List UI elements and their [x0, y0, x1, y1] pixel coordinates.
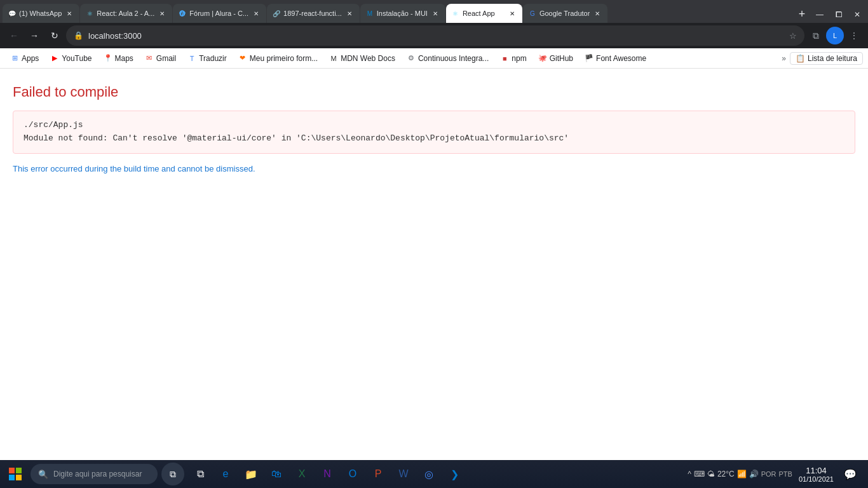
taskbar-app-vscode[interactable]: ❯	[442, 462, 466, 486]
tab-favicon-1897-react: 🔗	[272, 9, 281, 18]
bookmark-continuous[interactable]: ⚙ Continuous Integra...	[402, 53, 494, 64]
tab-whatsapp[interactable]: 💬 (1) WhatsApp ✕	[3, 4, 79, 23]
taskbar-icon-vscode: ❯	[447, 466, 462, 482]
bookmark-icon-font-awesome: 🏴	[585, 54, 593, 63]
bookmark-label-youtube: YouTube	[62, 54, 92, 63]
search-placeholder: Digite aqui para pesquisar	[53, 470, 142, 478]
search-icon: 🔍	[38, 470, 48, 479]
sound-icon[interactable]: 🔊	[749, 470, 759, 478]
menu-button[interactable]: ⋮	[845, 27, 863, 44]
keyboard-icon[interactable]: ⌨	[694, 470, 705, 478]
new-tab-button[interactable]: +	[793, 5, 811, 23]
bookmark-github[interactable]: 🐙 GitHub	[533, 53, 578, 64]
bookmark-label-gmail: Gmail	[156, 54, 176, 63]
tab-close-google-translate[interactable]: ✕	[592, 8, 602, 18]
tab-1897-react[interactable]: 🔗 1897-react-functi... ✕	[267, 4, 360, 23]
back-button[interactable]: ←	[5, 27, 23, 44]
tab-close-whatsapp[interactable]: ✕	[64, 8, 74, 18]
more-bookmarks-button[interactable]: »	[779, 53, 789, 64]
toolbar-right: ⧉ L ⋮	[807, 27, 863, 44]
window-controls: — ⧠ ✕	[811, 9, 865, 23]
error-box: ./src/App.js Module not found: Can't res…	[13, 111, 855, 154]
bookmark-maps[interactable]: 📍 Maps	[98, 53, 139, 64]
task-view-button[interactable]: ⧉	[161, 463, 184, 485]
close-button[interactable]: ✕	[849, 9, 865, 20]
taskbar-app-edge[interactable]: e	[214, 462, 238, 486]
tab-title-react-aula: React: Aula 2 - A...	[97, 10, 154, 17]
bookmark-icon-apps: ⊞	[10, 54, 19, 63]
system-tray: ^ ⌨ 🌤 22°C 📶 🔊	[688, 470, 758, 478]
reading-list-button[interactable]: 📋 Lista de leitura	[790, 52, 863, 65]
tab-mui[interactable]: M Instalação - MUI ✕	[360, 4, 445, 23]
bookmark-mdn[interactable]: M MDN Web Docs	[324, 53, 400, 64]
bookmark-npm[interactable]: ■ npm	[495, 53, 531, 64]
maximize-button[interactable]: ⧠	[830, 9, 848, 20]
taskbar-app-chrome[interactable]: ◎	[417, 462, 441, 486]
bookmark-gmail[interactable]: ✉ Gmail	[140, 53, 181, 64]
tab-google-translate[interactable]: G Google Tradutor ✕	[523, 4, 608, 23]
reading-list-icon: 📋	[796, 54, 805, 63]
tab-favicon-mui: M	[365, 9, 374, 18]
bookmark-label-font-awesome: Font Awesome	[596, 54, 646, 63]
tab-react-app[interactable]: ⚛ React App ✕	[446, 4, 522, 23]
clock-date: 01/10/2021	[799, 475, 834, 483]
bookmark-label-traduzir: Traduzir	[199, 54, 227, 63]
bookmark-label-mdn: MDN Web Docs	[341, 54, 395, 63]
profile-button[interactable]: L	[826, 27, 844, 44]
extensions-button[interactable]: ⧉	[807, 27, 825, 44]
address-bar[interactable]: 🔒 localhost:3000 ☆	[66, 25, 804, 46]
tray-expand[interactable]: ^	[688, 470, 691, 478]
taskbar-search[interactable]: 🔍 Digite aqui para pesquisar	[31, 464, 158, 484]
taskbar-app-powerpoint[interactable]: P	[366, 462, 390, 486]
bookmark-font-awesome[interactable]: 🏴 Font Awesome	[580, 53, 651, 64]
tab-close-1897-react[interactable]: ✕	[344, 8, 355, 18]
taskbar-icon-onenote: N	[320, 466, 335, 482]
taskbar-app-outlook[interactable]: O	[341, 462, 365, 486]
bookmark-icon-github: 🐙	[538, 54, 547, 63]
taskbar-app-explorer[interactable]: 📁	[239, 462, 263, 486]
tab-title-whatsapp: (1) WhatsApp	[19, 10, 62, 17]
bookmark-label-npm: npm	[512, 54, 526, 63]
bookmark-label-github: GitHub	[550, 54, 573, 63]
start-button[interactable]	[3, 461, 28, 487]
bookmark-apps[interactable]: ⊞ Apps	[5, 53, 44, 64]
refresh-button[interactable]: ↻	[46, 27, 64, 44]
weather-temp: 22°C	[717, 470, 735, 478]
taskbar-app-onenote[interactable]: N	[315, 462, 339, 486]
bookmark-icon-meu-primeiro: ❤	[238, 54, 247, 63]
tab-close-react-app[interactable]: ✕	[507, 8, 517, 18]
tab-react-aula[interactable]: ⚛ React: Aula 2 - A... ✕	[80, 4, 172, 23]
tab-close-react-aula[interactable]: ✕	[157, 8, 167, 18]
taskbar-icon-edge: e	[218, 466, 233, 482]
weather-icon: 🌤	[707, 470, 715, 478]
tab-close-alura[interactable]: ✕	[251, 8, 261, 18]
taskbar-icon-word: W	[396, 466, 411, 482]
page-content: Failed to compile ./src/App.js Module no…	[0, 69, 868, 460]
taskbar-app-excel[interactable]: X	[290, 462, 314, 486]
minimize-button[interactable]: —	[811, 9, 829, 20]
bookmark-label-apps: Apps	[22, 54, 39, 63]
tab-alura[interactable]: 🅐 Fórum | Alura - C... ✕	[173, 4, 266, 23]
notification-button[interactable]: 💬	[840, 464, 860, 484]
error-title: Failed to compile	[13, 84, 855, 100]
tab-title-1897-react: 1897-react-functi...	[283, 10, 342, 17]
clock[interactable]: 11:04 01/10/2021	[795, 464, 837, 484]
taskbar-app-word[interactable]: W	[391, 462, 416, 486]
bookmark-traduzir[interactable]: T Traduzir	[182, 53, 232, 64]
bookmark-icon[interactable]: ☆	[789, 31, 797, 41]
tab-title-react-app: React App	[463, 10, 505, 17]
forward-button[interactable]: →	[25, 27, 43, 44]
bookmark-icon-traduzir: T	[187, 54, 196, 63]
bookmark-icon-npm: ■	[500, 54, 509, 63]
bookmark-youtube[interactable]: ▶ YouTube	[45, 53, 97, 64]
tab-title-google-translate: Google Tradutor	[539, 10, 590, 17]
bookmark-label-maps: Maps	[115, 54, 133, 63]
region-label: PTB	[779, 470, 792, 478]
network-icon[interactable]: 📶	[737, 470, 747, 478]
tab-close-mui[interactable]: ✕	[430, 8, 440, 18]
taskbar-app-task-view[interactable]: ⧉	[188, 462, 212, 486]
taskbar-app-store[interactable]: 🛍	[264, 462, 288, 486]
browser-window: 💬 (1) WhatsApp ✕ ⚛ React: Aula 2 - A... …	[0, 0, 868, 460]
bookmark-meu-primeiro[interactable]: ❤ Meu primeiro form...	[233, 53, 323, 64]
tab-bar: 💬 (1) WhatsApp ✕ ⚛ React: Aula 2 - A... …	[0, 0, 868, 23]
